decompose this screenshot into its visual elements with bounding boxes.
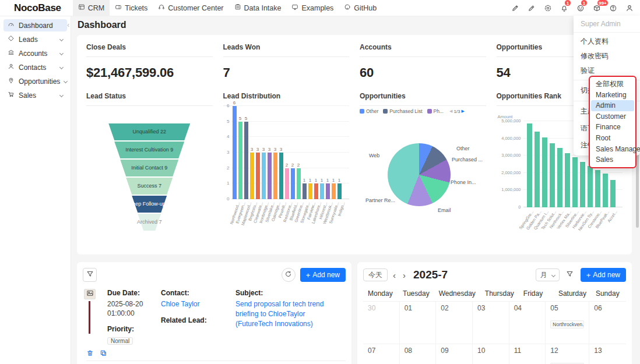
- bar-column: 1: [308, 178, 312, 199]
- bar: [534, 132, 540, 207]
- sidebar-item-leads[interactable]: Leads: [3, 33, 67, 45]
- next-month-button[interactable]: ›: [401, 271, 407, 280]
- bar-column: 5: [238, 116, 242, 199]
- bar-column: 6: [233, 100, 237, 199]
- sidebar-item-opportunities[interactable]: Opportunities: [3, 75, 67, 87]
- x-label: Crestwoo...: [594, 208, 599, 255]
- calendar-cell-01[interactable]: 01: [400, 302, 437, 344]
- role-option-root[interactable]: Root: [591, 133, 634, 144]
- marker-icon[interactable]: [526, 3, 536, 13]
- task-thumbnail[interactable]: [84, 289, 96, 299]
- role-option-sales-manager[interactable]: Sales Manager: [591, 144, 634, 155]
- calendar-cell-02[interactable]: 02: [436, 302, 473, 344]
- sidebar-item-sales[interactable]: Sales: [3, 89, 67, 101]
- filter-button[interactable]: [83, 268, 97, 282]
- nav-item-tickets[interactable]: Tickets: [110, 0, 153, 16]
- stat-close-deals: Close Deals$21,467,599.06: [86, 43, 213, 80]
- calendar-cell-12[interactable]: 12New Feature ...: [546, 344, 589, 364]
- role-option-marketing[interactable]: Marketing: [591, 90, 634, 101]
- today-button[interactable]: 今天: [363, 268, 388, 281]
- bar-value-label: 6: [233, 100, 235, 105]
- prev-month-button[interactable]: ‹: [391, 271, 398, 280]
- subject-link[interactable]: Send proposal for tech trend briefing to…: [235, 299, 342, 328]
- user-menu-item-[interactable]: 个人资料: [574, 34, 640, 49]
- axis-tick-label: 1: [223, 181, 230, 186]
- nav-item-label: GitHub: [354, 4, 377, 12]
- nav-item-customer-center[interactable]: Customer Center: [153, 0, 228, 16]
- calendar-cell-06[interactable]: 06: [589, 302, 626, 344]
- pencil-icon[interactable]: [510, 3, 520, 13]
- add-new-task-button[interactable]: +Add new: [300, 268, 346, 282]
- legend-label: Other: [366, 108, 378, 114]
- calendar-cell-11[interactable]: 11: [509, 344, 546, 364]
- due-date-col: Due Date: 2025-08-20 01:00:00 Priority: …: [107, 289, 161, 345]
- funnel-label: Interest Cultivation 9: [125, 147, 173, 153]
- main-area: Dashboard Close Deals$21,467,599.06Leads…: [71, 16, 640, 364]
- bar-value-label: 1: [326, 178, 329, 183]
- user-icon[interactable]: [624, 3, 634, 13]
- add-new-event-button[interactable]: +Add new: [581, 268, 626, 282]
- axis-tick-label: 3,000,000: [498, 153, 521, 158]
- calendar-cell-03[interactable]: 03: [473, 302, 509, 344]
- legend-item[interactable]: Other: [360, 108, 378, 114]
- calendar-event[interactable]: Northrockven...: [550, 320, 584, 328]
- delete-icon[interactable]: [86, 349, 94, 357]
- role-option-customer[interactable]: Customer: [591, 111, 634, 122]
- bar: [314, 183, 318, 199]
- bell-icon[interactable]: 1: [559, 3, 569, 13]
- calendar-cell-04[interactable]: 04: [509, 302, 546, 344]
- bar: [580, 162, 585, 207]
- calendar-cell-13[interactable]: 13: [589, 344, 626, 364]
- contact-label: Contact:: [161, 289, 235, 297]
- pie-callout-label: Email: [438, 207, 451, 213]
- pie-callout-label: Phone In...: [451, 179, 476, 185]
- role-option-finance[interactable]: Finance: [591, 122, 634, 133]
- role-option-[interactable]: 全部权限: [591, 79, 634, 90]
- task-thumb-col: [84, 289, 107, 345]
- view-select[interactable]: 月: [536, 268, 560, 281]
- pager-prev-icon[interactable]: ◀: [449, 109, 452, 114]
- calendar-filter-button[interactable]: [563, 268, 577, 282]
- calendar-cell-09[interactable]: 09: [436, 344, 473, 364]
- pie-callout-label: Partner Re...: [365, 197, 395, 203]
- stat-value: $21,467,599.06: [86, 65, 213, 80]
- bar-column: 5: [244, 116, 248, 199]
- sidebar-item-accounts[interactable]: Accounts: [3, 47, 67, 59]
- gear-icon[interactable]: [543, 3, 553, 13]
- package-icon[interactable]: 99+: [592, 3, 602, 13]
- crm-icon: [78, 3, 85, 12]
- bar: [262, 153, 266, 199]
- calendar-cell-08[interactable]: 08: [400, 344, 437, 364]
- sidebar-collapse-icon[interactable]: ‹: [67, 20, 69, 29]
- nav-item-examples[interactable]: Examples: [286, 0, 339, 16]
- sidebar-item-dashboard[interactable]: Dashboard: [3, 19, 67, 31]
- x-label: Lakeshore...: [314, 200, 318, 242]
- refresh-button[interactable]: [282, 268, 296, 282]
- accounts-icon: [8, 49, 15, 58]
- help-icon[interactable]: [608, 3, 618, 13]
- bar: [588, 166, 593, 207]
- sidebar-item-contacts[interactable]: Contacts: [3, 61, 67, 73]
- nav-item-crm[interactable]: CRM: [73, 0, 110, 16]
- role-option-admin[interactable]: Admin: [591, 100, 634, 111]
- smile-icon[interactable]: 1: [575, 3, 585, 13]
- copy-icon[interactable]: [100, 349, 107, 357]
- calendar-cell-05[interactable]: 05Northrockven...: [546, 302, 589, 344]
- nav-item-github[interactable]: GitHub: [339, 0, 382, 16]
- pager-next-icon[interactable]: ▶: [462, 109, 465, 114]
- bar: [550, 143, 555, 207]
- bar-value-label: 3: [256, 147, 259, 152]
- calendar-cell-07[interactable]: 07: [363, 344, 400, 364]
- role-dropdown: 全部权限MarketingAdminCustomerFinanceRootSal…: [589, 76, 637, 168]
- date-number: 04: [514, 304, 541, 312]
- calendar-cell-30[interactable]: 30: [363, 302, 400, 344]
- nav-item-data-intake[interactable]: Data Intake: [229, 0, 287, 16]
- legend-item[interactable]: Purchased List: [383, 108, 422, 114]
- bar: [565, 153, 570, 207]
- role-option-sales[interactable]: Sales: [591, 154, 634, 165]
- user-menu-item-[interactable]: 修改密码: [574, 49, 640, 63]
- legend-item[interactable]: Ph...: [427, 108, 444, 114]
- contact-link[interactable]: Chloe Taylor: [161, 299, 235, 309]
- bar-value-label: 3: [268, 147, 270, 152]
- calendar-cell-10[interactable]: 10: [473, 344, 509, 364]
